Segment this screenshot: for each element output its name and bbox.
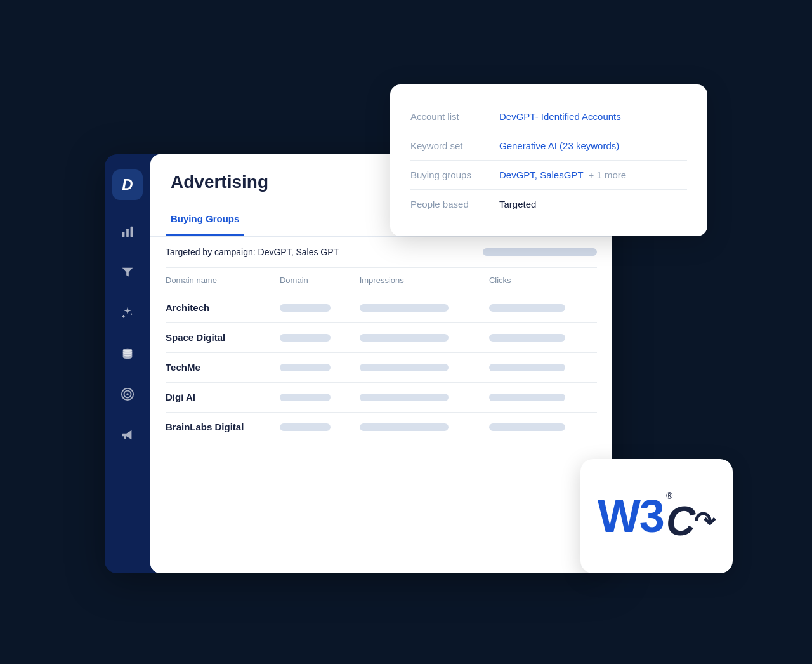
col-impressions: Impressions	[355, 268, 484, 293]
data-table: Domain name Domain Impressions Clicks Ar…	[166, 268, 597, 442]
col-clicks: Clicks	[484, 268, 597, 293]
funnel-icon[interactable]	[116, 261, 139, 284]
tab-buying-groups[interactable]: Buying Groups	[166, 203, 244, 236]
col-domain-name: Domain name	[166, 268, 275, 293]
campaign-filter-text: Targeted by campaign: DevGPT, Sales GPT	[166, 247, 339, 257]
domain-name-cell: BrainLabs Digital	[166, 413, 275, 442]
info-value-people: Targeted	[499, 199, 536, 209]
domain-cell	[275, 293, 355, 323]
logo-area: D	[112, 169, 143, 200]
table-body: Architech Space Digital	[166, 293, 597, 442]
domain-name-cell: Digi AI	[166, 383, 275, 413]
domain-name-cell: Space Digital	[166, 323, 275, 353]
w3c-three-number: 3	[639, 493, 665, 539]
info-card-row-buying-groups: Buying groups DevGPT, SalesGPT + 1 more	[410, 161, 687, 190]
impressions-cell	[355, 353, 484, 383]
info-label-people: People based	[410, 199, 499, 209]
clicks-cell	[484, 413, 597, 442]
info-label-account: Account list	[410, 111, 499, 122]
svg-rect-2	[131, 227, 133, 237]
table-row: BrainLabs Digital	[166, 413, 597, 442]
scene: Account list DevGPT- Identified Accounts…	[105, 72, 707, 592]
table-row: TechMe	[166, 353, 597, 383]
sidebar: D	[105, 154, 150, 573]
magic-icon[interactable]	[116, 302, 139, 324]
impressions-cell	[355, 413, 484, 442]
domain-cell	[275, 383, 355, 413]
info-value-buying-groups: DevGPT, SalesGPT + 1 more	[499, 169, 626, 180]
info-value-keyword: Generative AI (23 keywords)	[499, 140, 619, 151]
clicks-cell	[484, 293, 597, 323]
w3c-w-letter: W	[598, 493, 638, 539]
campaign-filter-row: Targeted by campaign: DevGPT, Sales GPT	[166, 237, 597, 268]
domain-cell	[275, 413, 355, 442]
domain-cell	[275, 323, 355, 353]
table-row: Space Digital	[166, 323, 597, 353]
w3c-c-letter: C	[666, 501, 695, 541]
table-wrapper: Targeted by campaign: DevGPT, Sales GPT …	[150, 237, 612, 442]
svg-rect-1	[126, 229, 129, 237]
clicks-cell	[484, 323, 597, 353]
info-card-row-keyword: Keyword set Generative AI (23 keywords)	[410, 131, 687, 161]
info-card: Account list DevGPT- Identified Accounts…	[390, 84, 707, 236]
table-head: Domain name Domain Impressions Clicks	[166, 268, 597, 293]
info-label-buying-groups: Buying groups	[410, 169, 499, 180]
clicks-cell	[484, 383, 597, 413]
info-label-keyword: Keyword set	[410, 140, 499, 151]
w3c-arrow-icon: ↷	[694, 507, 716, 536]
logo-icon: D	[122, 176, 133, 194]
w3c-c-wrap: ® C	[666, 491, 695, 541]
impressions-cell	[355, 293, 484, 323]
nav-icons	[116, 220, 139, 446]
svg-point-6	[126, 393, 129, 395]
info-value-account: DevGPT- Identified Accounts	[499, 111, 621, 122]
impressions-cell	[355, 323, 484, 353]
filter-pill	[483, 248, 597, 256]
domain-cell	[275, 353, 355, 383]
w3c-logo: W 3 ® C ↷	[598, 491, 716, 541]
domain-name-cell: TechMe	[166, 353, 275, 383]
table-header-row: Domain name Domain Impressions Clicks	[166, 268, 597, 293]
chart-bar-icon[interactable]	[116, 220, 139, 243]
table-row: Architech	[166, 293, 597, 323]
w3c-badge: W 3 ® C ↷	[580, 459, 733, 573]
table-row: Digi AI	[166, 383, 597, 413]
info-card-row-account: Account list DevGPT- Identified Accounts	[410, 102, 687, 131]
database-icon[interactable]	[116, 342, 139, 365]
megaphone-icon[interactable]	[116, 423, 139, 446]
content-body: Buying Groups Targeted by campaign: DevG…	[150, 203, 612, 573]
impressions-cell	[355, 383, 484, 413]
info-card-row-people: People based Targeted	[410, 190, 687, 218]
domain-name-cell: Architech	[166, 293, 275, 323]
target-icon[interactable]	[116, 383, 139, 406]
svg-rect-0	[122, 232, 125, 237]
clicks-cell	[484, 353, 597, 383]
col-domain: Domain	[275, 268, 355, 293]
